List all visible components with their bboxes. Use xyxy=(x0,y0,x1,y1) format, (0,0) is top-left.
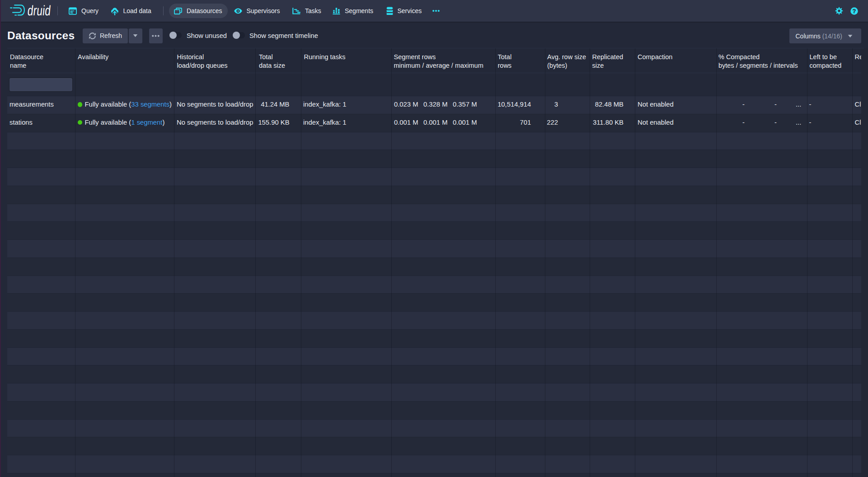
svg-text:?: ? xyxy=(853,8,856,14)
